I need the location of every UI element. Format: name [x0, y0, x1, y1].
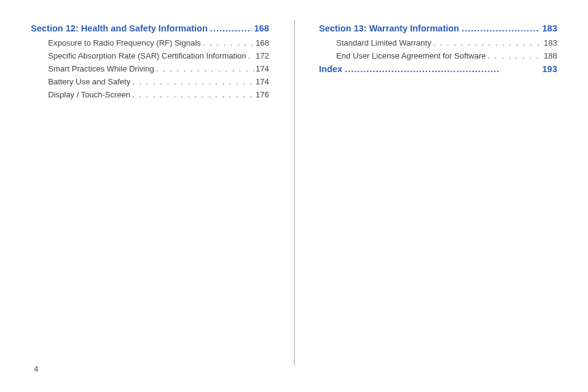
entry-title: Exposure to Radio Frequency (RF) Signals [48, 38, 201, 47]
toc-page: Section 12: Health and Safety Informatio… [0, 0, 588, 365]
entry-title: Standard Limited Warranty [337, 38, 431, 47]
entry-page: 168 [256, 38, 269, 47]
toc-entry: Specific Absorption Rate (SAR) Certifica… [48, 51, 269, 60]
leader-dots: . . . . . . . . . . . . . . . . . . . . … [488, 51, 542, 60]
column-divider [294, 20, 295, 365]
entry-title: Smart Practices While Driving [48, 64, 154, 73]
entry-title: Battery Use and Safety [48, 77, 131, 86]
leader-dots: . . . . . . . . . . . . . . . . . . . . … [248, 51, 254, 60]
section-page: 183 [542, 23, 557, 33]
entry-page: 174 [256, 77, 269, 86]
leader-dots: . . . . . . . . . . . . . . . . . . . . … [433, 38, 542, 47]
page-number: 4 [34, 364, 38, 374]
leader-dots: ........................................… [462, 23, 540, 33]
toc-entry: Smart Practices While Driving . . . . . … [48, 64, 269, 73]
leader-dots: . . . . . . . . . . . . . . . . . . . . … [203, 38, 254, 47]
leader-dots: . . . . . . . . . . . . . . . . . . . . … [132, 90, 253, 99]
toc-entry: Display / Touch-Screen . . . . . . . . .… [48, 90, 269, 99]
leader-dots: ........................................… [210, 23, 251, 33]
toc-entry: Standard Limited Warranty . . . . . . . … [337, 38, 558, 47]
leader-dots: . . . . . . . . . . . . . . . . . . . . … [133, 77, 254, 86]
section-page: 168 [254, 23, 269, 33]
section-13-header: Section 13: Warranty Information .......… [319, 23, 558, 33]
entry-title: Specific Absorption Rate (SAR) Certifica… [48, 51, 247, 60]
leader-dots: ........................................… [345, 64, 539, 74]
entry-page: 188 [544, 51, 557, 60]
section-title: Index [319, 64, 343, 74]
entry-page: 176 [256, 90, 269, 99]
section-12-header: Section 12: Health and Safety Informatio… [31, 23, 269, 33]
entry-page: 172 [256, 51, 269, 60]
toc-entry: Exposure to Radio Frequency (RF) Signals… [48, 38, 269, 47]
entry-title: End User License Agreement for Software [337, 51, 486, 60]
right-column: Section 13: Warranty Information .......… [319, 23, 558, 365]
entry-page: 183 [544, 38, 557, 47]
toc-entry: End User License Agreement for Software … [337, 51, 558, 60]
index-header: Index ..................................… [319, 64, 558, 74]
entry-title: Display / Touch-Screen [48, 90, 130, 99]
section-page: 193 [542, 64, 557, 74]
leader-dots: . . . . . . . . . . . . . . . . . . . . … [156, 64, 254, 73]
entry-page: 174 [256, 64, 269, 73]
section-title: Section 13: Warranty Information [319, 23, 459, 33]
section-title: Section 12: Health and Safety Informatio… [31, 23, 208, 33]
left-column: Section 12: Health and Safety Informatio… [31, 23, 269, 365]
toc-entry: Battery Use and Safety . . . . . . . . .… [48, 77, 269, 86]
